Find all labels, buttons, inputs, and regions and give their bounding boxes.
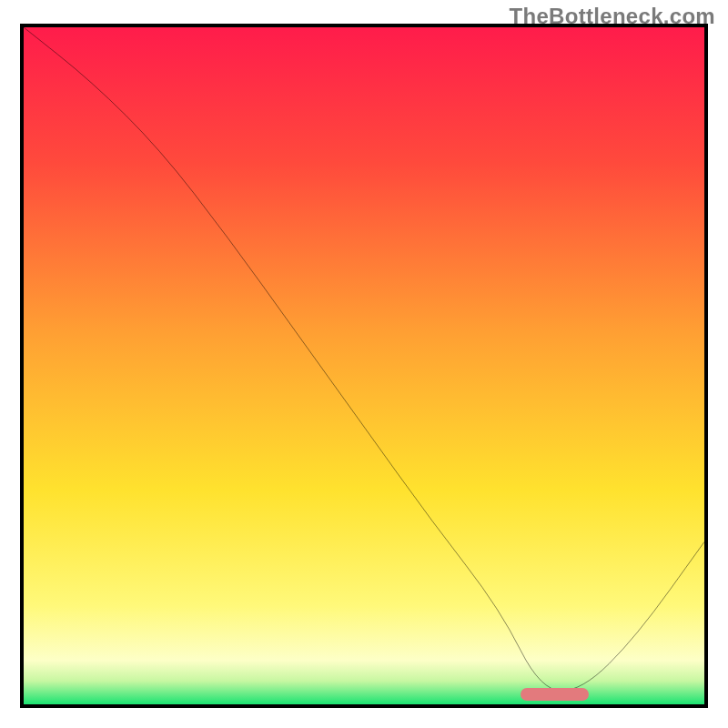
optimum-band-marker [521,688,589,701]
plot-area [20,24,708,708]
bottleneck-chart: TheBottleneck.com [0,0,728,728]
watermark-text: TheBottleneck.com [510,4,715,29]
bottleneck-curve [24,27,704,704]
